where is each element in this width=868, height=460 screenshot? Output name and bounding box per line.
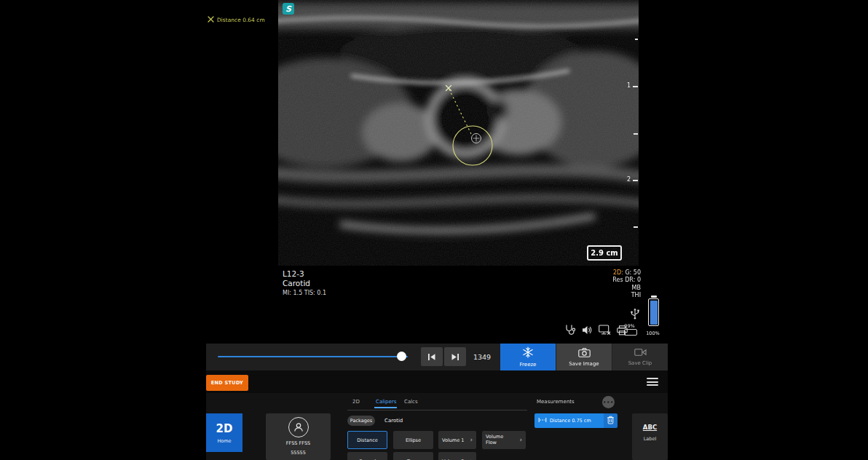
tab-divider <box>347 410 527 411</box>
active-tab-underline <box>374 407 397 408</box>
imaging-parameters: 2D: G: 50 Res DR: 0 MB THI <box>553 269 641 299</box>
cine-slider-thumb[interactable] <box>397 352 406 361</box>
app-screen: S 1 2 2.9 cm Distance 0.64 cm L12-3 Caro… <box>0 0 868 460</box>
chevron-right-icon: › <box>519 437 522 443</box>
label-tool-button[interactable]: ABC Label <box>632 413 668 460</box>
mi-tis: MI: 1.5 TIS: 0.1 <box>283 290 326 296</box>
end-study-button[interactable]: END STUDY <box>206 375 248 391</box>
frame-number: 1349 <box>468 344 496 370</box>
wifi-percentage: 99% <box>623 323 636 329</box>
cast-disconnected-icon[interactable] <box>599 325 611 338</box>
abc-icon: ABC <box>643 424 657 431</box>
patient-avatar-icon <box>288 417 309 437</box>
ellipse-tool-button[interactable]: Ellipse <box>393 431 433 449</box>
depth-number: 2 <box>627 176 631 183</box>
control-panel: 2D Home FFSS FFSS 55555 2D Calipers Calc… <box>206 393 668 460</box>
depth-tick <box>634 133 638 135</box>
patient-id: 55555 <box>291 450 306 456</box>
vendor-logo-icon: S <box>283 3 294 15</box>
packages-button[interactable]: Packages <box>347 416 375 426</box>
cine-toolbar: 1349 Freeze Save Imag <box>206 344 668 370</box>
mode-home-button[interactable]: 2D Home <box>206 413 242 452</box>
volume1-tool-button[interactable]: Volume 1 › <box>438 431 476 449</box>
save-clip-button[interactable]: Save Clip <box>612 344 668 370</box>
freeze-button[interactable]: Freeze <box>500 344 556 370</box>
tab-calipers[interactable]: Calipers <box>376 399 396 405</box>
more-options-button[interactable]: ••• <box>602 396 615 408</box>
probe-info: L12-3 Carotid MI: 1.5 TIS: 0.1 <box>283 269 326 296</box>
mode-label: 2D: <box>613 269 623 276</box>
trace-tool-button[interactable]: Trace <box>393 452 433 460</box>
study-bar: END STUDY <box>206 370 668 393</box>
preset-name: Carotid <box>283 279 326 288</box>
depth-tick <box>634 226 638 228</box>
depth-tick <box>635 39 638 40</box>
measurement-list-item[interactable]: Distance 0.75 cm <box>534 413 604 428</box>
depth-number: 1 <box>627 82 631 90</box>
display-icon <box>624 329 637 336</box>
tab-calcs[interactable]: Calcs <box>404 399 418 405</box>
battery-percentage: 100% <box>642 330 663 336</box>
depth-tick <box>633 86 638 87</box>
volume2-tool-button[interactable]: Volume 2 › <box>438 452 476 460</box>
measurement-result-label: Distance 0.64 cm <box>208 16 265 24</box>
speaker-icon[interactable] <box>582 325 593 338</box>
video-camera-icon <box>634 348 647 358</box>
camera-icon <box>578 348 591 359</box>
delete-measurement-button[interactable] <box>604 413 618 428</box>
volume-flow-tool-button[interactable]: Volume Flow › <box>482 431 526 449</box>
mb-flag: MB <box>553 285 641 292</box>
thi-flag: THI <box>553 292 641 299</box>
patient-name: FFSS FFSS <box>286 440 310 447</box>
depth-value: 2.9 cm <box>587 245 622 261</box>
package-value: Carotid <box>384 418 403 424</box>
cine-slider-track[interactable] <box>218 356 408 357</box>
ultrasound-frame <box>278 0 639 266</box>
curved-tool-button[interactable]: Curved <box>347 452 387 460</box>
prev-frame-button[interactable] <box>421 347 443 366</box>
battery-icon <box>648 298 659 326</box>
gain-value: G: 50 <box>625 269 641 276</box>
distance-icon <box>538 417 547 424</box>
battery-tip <box>651 296 657 298</box>
distance-tool-button[interactable]: Distance <box>347 431 387 449</box>
prev-frame-icon <box>427 353 436 361</box>
trash-icon <box>607 416 615 427</box>
ultrasound-image[interactable]: S 1 2 2.9 cm <box>278 0 639 266</box>
next-frame-button[interactable] <box>444 347 466 366</box>
tab-2d[interactable]: 2D <box>352 399 360 405</box>
usb-icon <box>629 308 641 323</box>
menu-icon[interactable] <box>647 378 658 388</box>
probe-card[interactable]: FFSS FFSS 55555 <box>266 413 331 460</box>
save-image-button[interactable]: Save Image <box>556 344 612 370</box>
chevron-right-icon: › <box>470 437 473 443</box>
snowflake-icon <box>522 346 534 360</box>
depth-tick <box>633 180 638 181</box>
caliper-icon <box>208 16 214 24</box>
next-frame-icon <box>451 353 459 361</box>
res-dr-value: Res DR: 0 <box>553 277 641 284</box>
measurements-header: Measurements <box>537 399 575 405</box>
stethoscope-icon[interactable] <box>564 324 576 338</box>
probe-model: L12-3 <box>283 269 326 279</box>
status-icon-row <box>564 324 628 338</box>
